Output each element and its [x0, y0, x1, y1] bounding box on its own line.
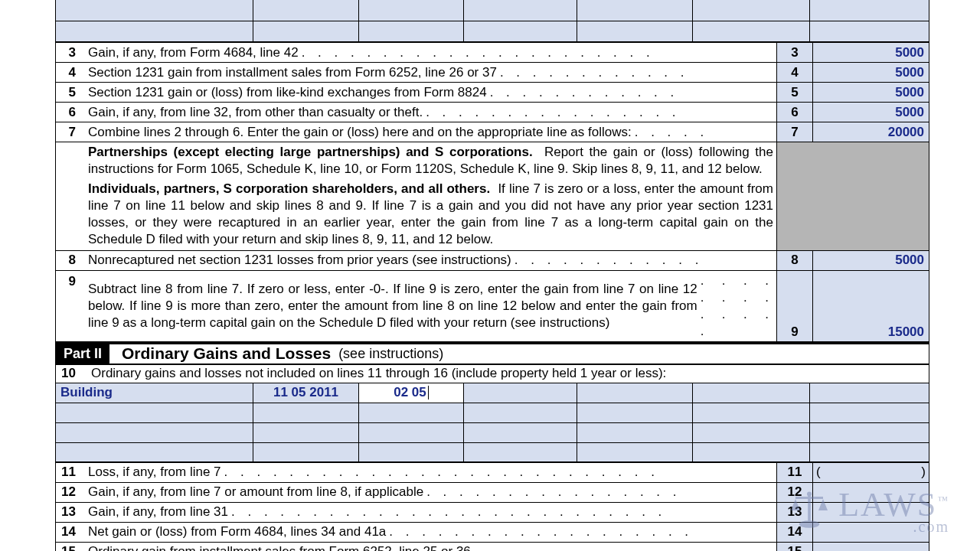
gain-loss-input[interactable]: [810, 383, 929, 403]
line-description: Subtract line 8 from line 7. If zero or …: [82, 271, 776, 341]
sales-price-input[interactable]: [464, 423, 577, 442]
cost-basis-input[interactable]: [693, 383, 810, 403]
line-number: 12: [56, 483, 82, 502]
sales-price-input[interactable]: [464, 403, 577, 422]
line-box-number: 14: [776, 523, 813, 542]
date-acquired-input[interactable]: 11 05 2011: [253, 383, 359, 403]
line-value[interactable]: 20000: [813, 122, 929, 142]
line-description: Gain, if any, from Form 4684, line 42 . …: [82, 43, 776, 62]
line-description: Gain, if any, from line 7 or amount from…: [82, 483, 776, 502]
line-description: Ordinary gains and losses not included o…: [82, 365, 929, 382]
line-description: Section 1231 gain or (loss) from like-ki…: [82, 83, 776, 102]
line-description: Section 1231 gain from installment sales…: [82, 63, 776, 82]
line-10-header: 10 Ordinary gains and losses not include…: [56, 365, 929, 383]
line-3: 3 Gain, if any, from Form 4684, line 42 …: [56, 43, 929, 63]
line-box-number: 8: [776, 251, 813, 270]
cost-basis-input[interactable]: [693, 403, 810, 422]
line-number: 3: [56, 43, 82, 62]
line-number: 13: [56, 503, 82, 522]
line-box-number: 3: [776, 43, 813, 62]
line-value[interactable]: 15000: [813, 271, 929, 341]
instruction-text: Partnerships (except electing large part…: [82, 142, 776, 179]
section-subtitle: (see instructions): [331, 346, 443, 362]
depreciation-input[interactable]: [577, 423, 693, 442]
date-acquired-input[interactable]: [253, 423, 359, 442]
property-description-input[interactable]: Building: [56, 383, 253, 403]
line-number: 8: [56, 251, 82, 270]
text-cursor: [428, 386, 429, 399]
line-box-number: 15: [776, 543, 813, 551]
line-value[interactable]: 5000: [813, 43, 929, 62]
line-number: 6: [56, 103, 82, 122]
line-13: 13 Gain, if any, from line 31 . . . . . …: [56, 503, 929, 523]
line-box-number: 4: [776, 63, 813, 82]
line-box-number: 9: [776, 271, 813, 341]
date-sold-input[interactable]: [359, 403, 464, 422]
line-value[interactable]: [813, 523, 929, 542]
date-sold-input[interactable]: [359, 443, 464, 461]
line-number: 11: [56, 463, 82, 482]
line-value[interactable]: [813, 503, 929, 522]
property-description-input[interactable]: [56, 423, 253, 442]
greyed-out-block: [776, 179, 929, 249]
line-box-number: 12: [776, 483, 813, 502]
form-4797-section: 3 Gain, if any, from Form 4684, line 42 …: [55, 0, 929, 551]
cost-basis-input[interactable]: [693, 443, 810, 461]
line-11: 11 Loss, if any, from line 7 . . . . . .…: [56, 463, 929, 483]
instruction-row-partnerships: Partnerships (except electing large part…: [56, 142, 929, 179]
line-5: 5 Section 1231 gain or (loss) from like-…: [56, 83, 929, 103]
line-value-parens[interactable]: (): [813, 463, 929, 482]
line-number: 15: [56, 543, 82, 551]
depreciation-input[interactable]: [577, 403, 693, 422]
part-2-header: Part II Ordinary Gains and Losses (see i…: [56, 343, 929, 365]
property-entry-row: Building 11 05 2011 02 05: [56, 383, 929, 403]
line-value[interactable]: [813, 483, 929, 502]
gain-loss-input[interactable]: [810, 443, 929, 461]
watermark-tm: ™: [937, 494, 949, 506]
date-sold-input[interactable]: 02 05: [359, 383, 464, 403]
line-description: Net gain or (loss) from Form 4684, lines…: [82, 523, 776, 542]
property-description-input[interactable]: [56, 443, 253, 461]
line-15: 15 Ordinary gain from installment sales …: [56, 543, 929, 551]
line-value[interactable]: 5000: [813, 103, 929, 122]
line-number: 7: [56, 122, 82, 142]
line-8: 8 Nonrecaptured net section 1231 losses …: [56, 251, 929, 271]
line-box-number: 7: [776, 122, 813, 142]
line-number: 10: [56, 366, 82, 381]
line-number: 14: [56, 523, 82, 542]
greyed-out-block: [776, 142, 929, 179]
line-value[interactable]: 5000: [813, 251, 929, 270]
property-description-input[interactable]: [56, 403, 253, 422]
instruction-text: Individuals, partners, S corporation sha…: [82, 179, 776, 249]
gain-loss-input[interactable]: [810, 423, 929, 442]
blank-grid-row: [56, 0, 929, 21]
sales-price-input[interactable]: [464, 443, 577, 461]
line-box-number: 5: [776, 83, 813, 102]
line-description: Loss, if any, from line 7 . . . . . . . …: [82, 463, 776, 482]
cost-basis-input[interactable]: [693, 423, 810, 442]
property-entry-row: [56, 403, 929, 423]
sales-price-input[interactable]: [464, 383, 577, 403]
gain-loss-input[interactable]: [810, 403, 929, 422]
depreciation-input[interactable]: [577, 443, 693, 461]
line-description: Nonrecaptured net section 1231 losses fr…: [82, 251, 776, 270]
line-number: 9: [56, 271, 82, 341]
depreciation-input[interactable]: [577, 383, 693, 403]
property-entry-row: [56, 443, 929, 463]
line-value[interactable]: 5000: [813, 83, 929, 102]
line-value[interactable]: 5000: [813, 63, 929, 82]
line-value[interactable]: [813, 543, 929, 551]
date-acquired-input[interactable]: [253, 443, 359, 461]
line-12: 12 Gain, if any, from line 7 or amount f…: [56, 483, 929, 503]
section-title: Ordinary Gains and Losses: [109, 344, 331, 363]
date-sold-input[interactable]: [359, 423, 464, 442]
line-7: 7 Combine lines 2 through 6. Enter the g…: [56, 122, 929, 142]
line-description: Combine lines 2 through 6. Enter the gai…: [82, 122, 776, 142]
date-acquired-input[interactable]: [253, 403, 359, 422]
line-4: 4 Section 1231 gain from installment sal…: [56, 63, 929, 83]
instruction-row-individuals: Individuals, partners, S corporation sha…: [56, 179, 929, 250]
line-6: 6 Gain, if any, from line 32, from other…: [56, 103, 929, 122]
line-box-number: 11: [776, 463, 813, 482]
line-number: 5: [56, 83, 82, 102]
line-14: 14 Net gain or (loss) from Form 4684, li…: [56, 523, 929, 543]
